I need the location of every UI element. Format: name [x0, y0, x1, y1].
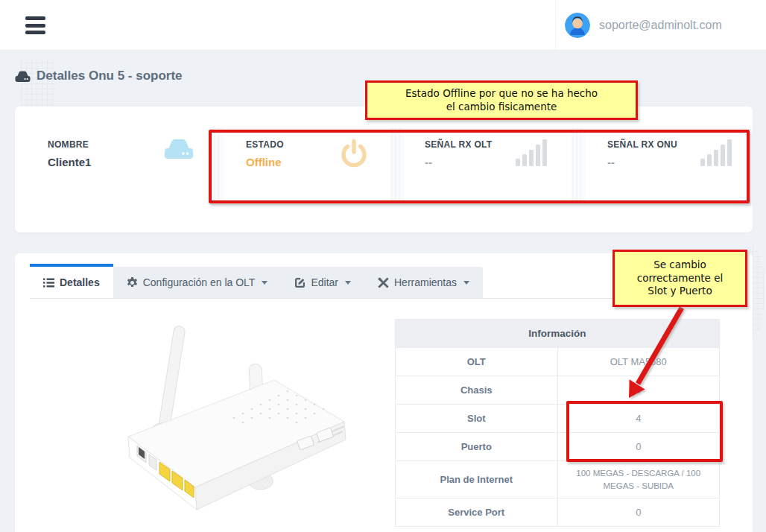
user-menu[interactable]: soporte@adminolt.com	[565, 0, 722, 50]
annotation-note-offline: Estado Offline por que no se ha hecho el…	[365, 80, 638, 120]
tab-configuracion-olt[interactable]: Configuración en la OLT	[113, 267, 282, 298]
breadcrumb: Detalles Onu 5 - soporte	[15, 69, 183, 83]
tab-label: Herramientas	[394, 276, 457, 288]
name-label: NOMBRE	[48, 139, 91, 150]
table-row: Service Port 0	[396, 498, 720, 527]
app-root: soporte@adminolt.com Detalles Onu 5 - so…	[0, 0, 766, 532]
row-value: 100 MEGAS - DESCARGA / 100 MEGAS - SUBID…	[557, 461, 720, 498]
page-title: Detalles Onu 5 - soporte	[37, 69, 183, 83]
list-icon	[43, 278, 54, 288]
menu-toggle-button[interactable]	[25, 16, 45, 34]
user-email: soporte@adminolt.com	[599, 19, 722, 32]
user-avatar-icon	[565, 13, 590, 38]
gear-icon	[127, 277, 138, 288]
navbar-divider	[555, 0, 556, 50]
annotation-note-slot: Se cambio correctamente el Slot y Puerto	[613, 250, 747, 307]
annotation-rect-status	[209, 130, 750, 203]
onu-device-icon	[15, 70, 31, 83]
hamburger-icon	[25, 16, 45, 20]
status-name-section: NOMBRE Cliente1	[48, 107, 91, 168]
row-label: Service Port	[396, 498, 558, 527]
annotation-arrow	[611, 302, 700, 410]
top-navbar: soporte@adminolt.com	[0, 0, 766, 51]
name-value: Cliente1	[48, 156, 91, 168]
row-label: Slot	[396, 405, 558, 433]
chevron-down-icon	[262, 281, 268, 285]
tab-label: Editar	[311, 276, 338, 288]
chevron-down-icon	[345, 281, 351, 285]
tools-icon	[378, 277, 389, 288]
edit-icon	[294, 277, 306, 288]
tab-label: Detalles	[60, 276, 100, 288]
chevron-down-icon	[463, 281, 469, 285]
tab-editar[interactable]: Editar	[281, 267, 364, 298]
tab-label: Configuración en la OLT	[143, 276, 256, 288]
row-label: OLT	[396, 348, 558, 376]
table-row: Plan de Internet 100 MEGAS - DESCARGA / …	[396, 461, 720, 498]
row-label: Puerto	[396, 433, 558, 461]
row-label: Chasis	[396, 376, 558, 405]
row-value: 0	[557, 498, 720, 527]
onu-product-image	[75, 311, 373, 532]
onu-icon	[164, 138, 194, 160]
tab-herramientas[interactable]: Herramientas	[364, 267, 483, 298]
annotation-rect-slot-puerto	[566, 401, 723, 462]
row-label: Plan de Internet	[396, 461, 558, 498]
tab-detalles[interactable]: Detalles	[30, 264, 113, 298]
